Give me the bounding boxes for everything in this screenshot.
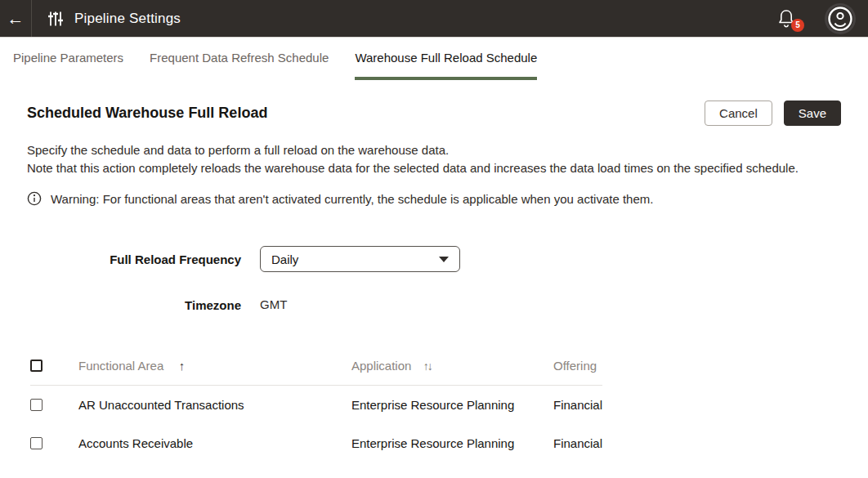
settings-tabs: Pipeline Parameters Frequent Data Refres…	[0, 37, 868, 81]
info-icon	[27, 191, 42, 206]
cell-offering: Financials	[553, 436, 602, 450]
chevron-down-icon	[439, 257, 449, 262]
back-button[interactable]: ←	[0, 0, 32, 37]
notification-badge: 5	[791, 19, 804, 32]
select-all-checkbox[interactable]	[30, 360, 43, 372]
tab-warehouse-full-reload-schedule[interactable]: Warehouse Full Reload Schedule	[355, 51, 537, 80]
user-avatar-button[interactable]	[827, 6, 853, 32]
topbar: ← Pipeline Settings 5	[0, 0, 868, 37]
description-line-2: Note that this action completely reloads…	[27, 159, 832, 177]
cell-offering: Financials	[553, 398, 602, 412]
section-heading: Scheduled Warehouse Full Reload	[27, 105, 267, 122]
description-line-1: Specify the schedule and data to perform…	[27, 141, 832, 159]
pipeline-settings-icon	[47, 11, 64, 27]
column-header-functional-area[interactable]: Functional Area	[78, 359, 163, 373]
cell-functional-area: AR Unaccounted Transactions	[78, 398, 351, 412]
cancel-button[interactable]: Cancel	[705, 101, 772, 126]
page-title: Pipeline Settings	[74, 11, 181, 27]
row-checkbox[interactable]	[30, 437, 43, 449]
table-header-row: Functional Area ↑ Application ↑↓ Offerin…	[30, 346, 602, 386]
tab-frequent-data-refresh-schedule[interactable]: Frequent Data Refresh Schedule	[150, 51, 329, 80]
frequency-label: Full Reload Frequency	[27, 252, 241, 266]
user-icon	[827, 6, 853, 32]
row-checkbox[interactable]	[30, 399, 43, 411]
functional-areas-table: Functional Area ↑ Application ↑↓ Offerin…	[30, 346, 602, 462]
frequency-select[interactable]: Daily	[260, 246, 460, 272]
save-button[interactable]: Save	[784, 101, 841, 126]
sort-ascending-icon[interactable]: ↑	[179, 359, 186, 373]
frequency-value: Daily	[271, 252, 298, 266]
tab-pipeline-parameters[interactable]: Pipeline Parameters	[13, 51, 123, 80]
column-header-application[interactable]: Application	[351, 359, 411, 373]
sort-unsorted-icon[interactable]: ↑↓	[423, 360, 432, 373]
cell-application: Enterprise Resource Planning	[351, 436, 553, 450]
column-header-offering[interactable]: Offering	[553, 359, 597, 373]
warning-text: Warning: For functional areas that aren'…	[51, 192, 653, 206]
timezone-label: Timezone	[27, 298, 241, 312]
table-row: Accounts Receivable Enterprise Resource …	[30, 424, 602, 462]
table-row: AR Unaccounted Transactions Enterprise R…	[30, 386, 602, 424]
back-arrow-icon: ←	[7, 10, 25, 27]
cell-functional-area: Accounts Receivable	[78, 436, 351, 450]
cell-application: Enterprise Resource Planning	[351, 398, 553, 412]
timezone-value: GMT	[260, 297, 287, 311]
notifications-button[interactable]: 5	[776, 8, 798, 29]
